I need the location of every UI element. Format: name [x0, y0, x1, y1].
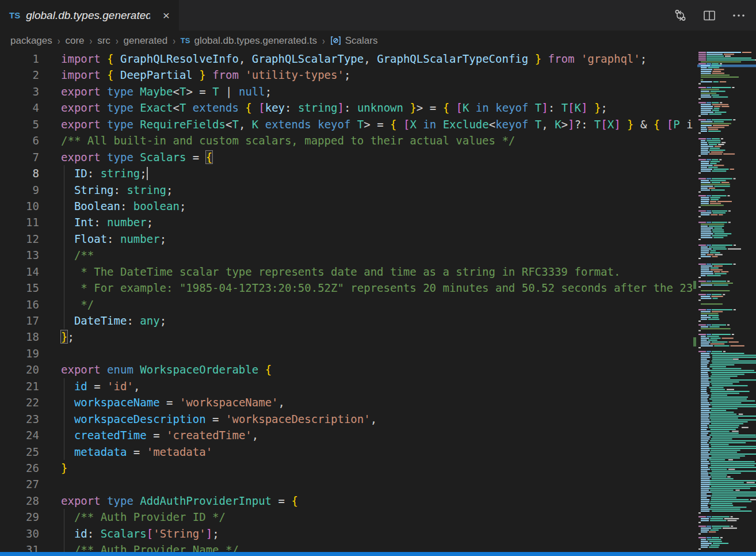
code-line[interactable]: 3export type Maybe<T> = T | null;	[0, 83, 693, 100]
code-line-text: * The DateTime scalar type represents da…	[39, 264, 620, 280]
code-line-text: id: Scalars['String'];	[39, 525, 219, 542]
code-line[interactable]: 13 /**	[0, 247, 693, 263]
breadcrumb-item-file[interactable]: TS global.db.types.generated.ts	[181, 35, 317, 47]
breadcrumb-item-symbol-scalars[interactable]: Scalars	[330, 35, 378, 47]
line-number[interactable]: 30	[0, 525, 39, 542]
line-number[interactable]: 2	[0, 67, 39, 83]
code-line[interactable]: 24 createdTime = 'createdTime',	[0, 427, 693, 443]
code-line-text: /** Auth Provider ID */	[39, 509, 226, 525]
code-line-text: id = 'id',	[39, 378, 140, 394]
typescript-file-icon: TS	[181, 36, 190, 45]
code-line[interactable]: 21 id = 'id',	[0, 378, 693, 394]
code-line-text: /**	[39, 247, 94, 263]
code-line[interactable]: 11 Int: number;	[0, 214, 693, 230]
tab-global-db-types[interactable]: TS global.db.types.generated.ts ×	[0, 0, 180, 31]
code-line[interactable]: 12 Float: number;	[0, 231, 693, 247]
breadcrumb-item-src[interactable]: src	[97, 35, 110, 47]
tab-close-icon[interactable]: ×	[161, 8, 172, 22]
code-line[interactable]: 26}	[0, 460, 693, 476]
code-line[interactable]: 8 ID: string;	[0, 165, 693, 181]
more-actions-button[interactable]	[732, 9, 746, 22]
code-line-text: export type Exact<T extends { [key: stri…	[39, 100, 608, 116]
code-line[interactable]: 30 id: Scalars['String'];	[0, 525, 693, 542]
line-number[interactable]: 23	[0, 411, 39, 427]
breadcrumb-separator: ›	[322, 35, 325, 47]
minimap[interactable]	[697, 51, 756, 552]
code-line[interactable]: 29 /** Auth Provider ID */	[0, 509, 693, 525]
split-editor-button[interactable]	[703, 10, 716, 21]
text-cursor	[147, 167, 148, 180]
line-number[interactable]: 11	[0, 214, 39, 230]
line-number[interactable]: 4	[0, 100, 39, 116]
code-line-text: Boolean: boolean;	[39, 198, 186, 214]
code-line[interactable]: 25 metadata = 'metadata'	[0, 444, 693, 460]
code-line[interactable]: 14 * The DateTime scalar type represents…	[0, 264, 693, 280]
editor-actions	[674, 0, 756, 31]
breadcrumb-file-name: global.db.types.generated.ts	[194, 35, 317, 47]
code-line[interactable]: 7export type Scalars = {	[0, 149, 693, 165]
code-line[interactable]: 17 DateTime: any;	[0, 313, 693, 329]
code-line[interactable]: 6/** All built-in and custom scalars, ma…	[0, 132, 693, 148]
line-number[interactable]: 16	[0, 296, 39, 313]
code-line[interactable]: 15 * For example: "1985-04-12T23:20:50.5…	[0, 280, 693, 296]
code-line[interactable]: 1import { GraphQLResolveInfo, GraphQLSca…	[0, 51, 693, 67]
code-line[interactable]: 18};	[0, 329, 693, 345]
line-number[interactable]: 29	[0, 509, 39, 525]
line-number[interactable]: 31	[0, 542, 39, 552]
code-lines: 1import { GraphQLResolveInfo, GraphQLSca…	[0, 51, 693, 552]
code-editor[interactable]: 1import { GraphQLResolveInfo, GraphQLSca…	[0, 51, 756, 552]
line-number[interactable]: 12	[0, 231, 39, 247]
line-number[interactable]: 6	[0, 132, 39, 148]
code-line[interactable]: 27	[0, 476, 693, 492]
line-number[interactable]: 26	[0, 460, 39, 476]
code-line[interactable]: 2import { DeepPartial } from 'utility-ty…	[0, 67, 693, 83]
code-line-text: * For example: "1985-04-12T23:20:50.52Z"…	[39, 280, 693, 296]
line-number[interactable]: 22	[0, 394, 39, 410]
code-line-text: Float: number;	[39, 231, 166, 247]
line-number[interactable]: 10	[0, 198, 39, 214]
line-number[interactable]: 27	[0, 476, 39, 492]
code-line-text: String: string;	[39, 182, 173, 198]
breadcrumb: packages › core › src › generated › TS g…	[0, 31, 756, 51]
code-line[interactable]: 9 String: string;	[0, 182, 693, 198]
tab-title: global.db.types.generated.ts	[26, 9, 150, 22]
line-number[interactable]: 17	[0, 313, 39, 329]
breadcrumb-item-generated[interactable]: generated	[124, 35, 168, 47]
code-line-text: workspaceName = 'workspaceName',	[39, 394, 285, 410]
line-number[interactable]: 21	[0, 378, 39, 394]
code-line-text: */	[39, 296, 94, 313]
code-line[interactable]: 23 workspaceDescription = 'workspaceDesc…	[0, 411, 693, 427]
line-number[interactable]: 24	[0, 427, 39, 443]
line-number[interactable]: 19	[0, 345, 39, 361]
code-line-text: DateTime: any;	[39, 313, 166, 329]
line-number[interactable]: 28	[0, 493, 39, 509]
line-number[interactable]: 3	[0, 83, 39, 100]
line-number[interactable]: 14	[0, 264, 39, 280]
line-number[interactable]: 15	[0, 280, 39, 296]
open-changes-button[interactable]	[674, 9, 687, 22]
line-number[interactable]: 9	[0, 182, 39, 198]
code-line[interactable]: 19	[0, 345, 693, 361]
line-number[interactable]: 20	[0, 361, 39, 378]
code-line-text: /** All built-in and custom scalars, map…	[39, 132, 515, 148]
line-number[interactable]: 7	[0, 149, 39, 165]
code-line[interactable]: 22 workspaceName = 'workspaceName',	[0, 394, 693, 410]
code-line[interactable]: 4export type Exact<T extends { [key: str…	[0, 100, 693, 116]
code-line[interactable]: 20export enum WorkspaceOrderable {	[0, 361, 693, 378]
line-number[interactable]: 5	[0, 116, 39, 132]
code-line[interactable]: 16 */	[0, 296, 693, 313]
line-number[interactable]: 8	[0, 165, 39, 181]
breadcrumb-symbol-name: Scalars	[345, 35, 378, 47]
code-line[interactable]: 5export type RequireFields<T, K extends …	[0, 116, 693, 132]
line-number[interactable]: 25	[0, 444, 39, 460]
breadcrumb-item-core[interactable]: core	[65, 35, 84, 47]
code-line-text	[39, 345, 61, 361]
line-number[interactable]: 18	[0, 329, 39, 345]
status-bar	[0, 552, 756, 556]
breadcrumb-item-packages[interactable]: packages	[10, 35, 52, 47]
code-line[interactable]: 31 /** Auth Provider Name */	[0, 542, 693, 552]
code-line[interactable]: 10 Boolean: boolean;	[0, 198, 693, 214]
line-number[interactable]: 13	[0, 247, 39, 263]
code-line[interactable]: 28export type AddAuthProviderInput = {	[0, 493, 693, 509]
line-number[interactable]: 1	[0, 51, 39, 67]
